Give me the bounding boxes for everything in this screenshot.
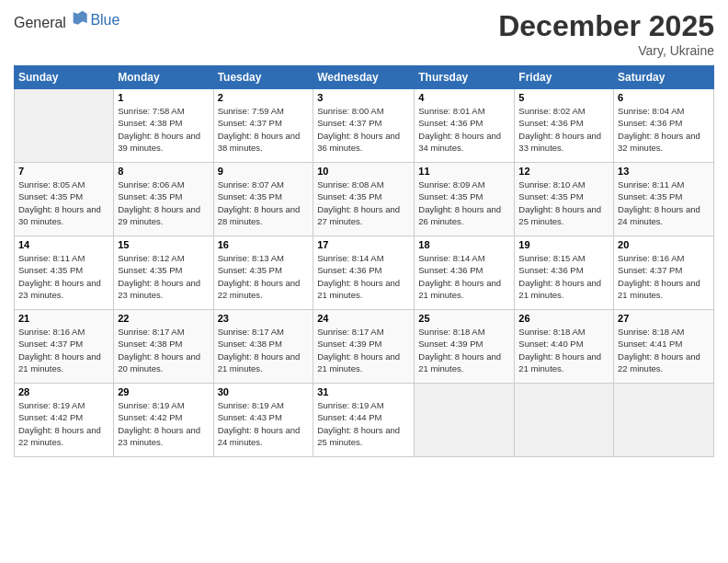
day-info: Sunrise: 8:02 AM Sunset: 4:36 PM Dayligh…: [518, 105, 609, 154]
day-info: Sunrise: 8:10 AM Sunset: 4:35 PM Dayligh…: [518, 178, 609, 227]
table-row: 18 Sunrise: 8:14 AM Sunset: 4:36 PM Dayl…: [415, 236, 515, 310]
logo: General Blue: [14, 9, 119, 31]
table-row: 20 Sunrise: 8:16 AM Sunset: 4:37 PM Dayl…: [614, 236, 714, 310]
logo-blue-text: Blue: [90, 12, 119, 28]
day-info: Sunrise: 8:00 AM Sunset: 4:37 PM Dayligh…: [317, 105, 410, 154]
day-number: 16: [218, 239, 310, 250]
header: General Blue December 2025 Vary, Ukraine: [14, 9, 714, 58]
day-info: Sunrise: 8:09 AM Sunset: 4:35 PM Dayligh…: [418, 178, 510, 227]
day-number: 27: [618, 313, 710, 324]
day-info: Sunrise: 8:18 AM Sunset: 4:40 PM Dayligh…: [518, 326, 609, 374]
day-number: 3: [317, 92, 410, 103]
day-info: Sunrise: 8:11 AM Sunset: 4:35 PM Dayligh…: [618, 178, 710, 227]
col-friday: Friday: [515, 66, 614, 89]
table-row: 19 Sunrise: 8:15 AM Sunset: 4:36 PM Dayl…: [515, 236, 614, 310]
day-info: Sunrise: 8:16 AM Sunset: 4:37 PM Dayligh…: [18, 326, 109, 374]
day-number: 21: [18, 313, 109, 324]
day-number: 13: [618, 166, 710, 177]
day-number: 25: [418, 313, 510, 324]
col-sunday: Sunday: [15, 66, 114, 89]
col-saturday: Saturday: [614, 66, 714, 89]
day-info: Sunrise: 8:07 AM Sunset: 4:35 PM Dayligh…: [218, 178, 310, 227]
table-row: 17 Sunrise: 8:14 AM Sunset: 4:36 PM Dayl…: [313, 236, 415, 310]
table-row: 15 Sunrise: 8:12 AM Sunset: 4:35 PM Dayl…: [114, 236, 213, 310]
day-number: 19: [518, 239, 609, 250]
day-number: 26: [518, 313, 609, 324]
table-row: 3 Sunrise: 8:00 AM Sunset: 4:37 PM Dayli…: [313, 89, 415, 163]
table-row: [15, 89, 114, 163]
calendar-week-row: 21 Sunrise: 8:16 AM Sunset: 4:37 PM Dayl…: [15, 310, 714, 384]
day-number: 23: [218, 313, 310, 324]
table-row: [614, 384, 714, 457]
day-number: 1: [118, 92, 209, 103]
table-row: 21 Sunrise: 8:16 AM Sunset: 4:37 PM Dayl…: [15, 310, 114, 384]
table-row: 30 Sunrise: 8:19 AM Sunset: 4:43 PM Dayl…: [213, 384, 313, 457]
table-row: 14 Sunrise: 8:11 AM Sunset: 4:35 PM Dayl…: [15, 236, 114, 310]
day-info: Sunrise: 8:13 AM Sunset: 4:35 PM Dayligh…: [218, 252, 310, 301]
day-number: 29: [118, 386, 209, 397]
day-info: Sunrise: 8:05 AM Sunset: 4:35 PM Dayligh…: [18, 178, 109, 227]
calendar-week-row: 1 Sunrise: 7:58 AM Sunset: 4:38 PM Dayli…: [15, 89, 714, 163]
calendar-table: Sunday Monday Tuesday Wednesday Thursday…: [14, 65, 714, 457]
table-row: 25 Sunrise: 8:18 AM Sunset: 4:39 PM Dayl…: [415, 310, 515, 384]
calendar-week-row: 7 Sunrise: 8:05 AM Sunset: 4:35 PM Dayli…: [15, 163, 714, 236]
day-info: Sunrise: 8:14 AM Sunset: 4:36 PM Dayligh…: [317, 252, 410, 301]
month-title: December 2025: [498, 9, 714, 43]
table-row: 31 Sunrise: 8:19 AM Sunset: 4:44 PM Dayl…: [313, 384, 415, 457]
day-number: 8: [118, 166, 209, 177]
day-number: 22: [118, 313, 209, 324]
day-number: 30: [218, 386, 310, 397]
table-row: 7 Sunrise: 8:05 AM Sunset: 4:35 PM Dayli…: [15, 163, 114, 236]
day-number: 11: [418, 166, 510, 177]
day-number: 24: [317, 313, 410, 324]
table-row: 13 Sunrise: 8:11 AM Sunset: 4:35 PM Dayl…: [614, 163, 714, 236]
table-row: [515, 384, 614, 457]
col-wednesday: Wednesday: [313, 66, 415, 89]
table-row: 29 Sunrise: 8:19 AM Sunset: 4:42 PM Dayl…: [114, 384, 213, 457]
day-number: 5: [518, 92, 609, 103]
day-info: Sunrise: 8:11 AM Sunset: 4:35 PM Dayligh…: [18, 252, 109, 301]
table-row: 26 Sunrise: 8:18 AM Sunset: 4:40 PM Dayl…: [515, 310, 614, 384]
calendar-header-row: Sunday Monday Tuesday Wednesday Thursday…: [15, 66, 714, 89]
day-info: Sunrise: 8:04 AM Sunset: 4:36 PM Dayligh…: [618, 105, 710, 154]
day-info: Sunrise: 8:01 AM Sunset: 4:36 PM Dayligh…: [418, 105, 510, 154]
table-row: 4 Sunrise: 8:01 AM Sunset: 4:36 PM Dayli…: [415, 89, 515, 163]
col-thursday: Thursday: [415, 66, 515, 89]
day-info: Sunrise: 7:58 AM Sunset: 4:38 PM Dayligh…: [118, 105, 209, 154]
table-row: 24 Sunrise: 8:17 AM Sunset: 4:39 PM Dayl…: [313, 310, 415, 384]
table-row: 12 Sunrise: 8:10 AM Sunset: 4:35 PM Dayl…: [515, 163, 614, 236]
day-info: Sunrise: 8:17 AM Sunset: 4:38 PM Dayligh…: [118, 326, 209, 374]
logo-icon: [72, 9, 90, 28]
day-info: Sunrise: 8:19 AM Sunset: 4:44 PM Dayligh…: [317, 399, 410, 448]
table-row: 16 Sunrise: 8:13 AM Sunset: 4:35 PM Dayl…: [213, 236, 313, 310]
day-info: Sunrise: 8:12 AM Sunset: 4:35 PM Dayligh…: [118, 252, 209, 301]
table-row: 22 Sunrise: 8:17 AM Sunset: 4:38 PM Dayl…: [114, 310, 213, 384]
logo-general-text: General: [14, 15, 66, 30]
day-info: Sunrise: 7:59 AM Sunset: 4:37 PM Dayligh…: [218, 105, 310, 154]
day-number: 31: [317, 386, 410, 397]
day-info: Sunrise: 8:19 AM Sunset: 4:42 PM Dayligh…: [118, 399, 209, 448]
page: General Blue December 2025 Vary, Ukraine…: [0, 0, 728, 563]
day-info: Sunrise: 8:14 AM Sunset: 4:36 PM Dayligh…: [418, 252, 510, 301]
day-info: Sunrise: 8:17 AM Sunset: 4:39 PM Dayligh…: [317, 326, 410, 374]
day-number: 9: [218, 166, 310, 177]
day-number: 18: [418, 239, 510, 250]
table-row: 23 Sunrise: 8:17 AM Sunset: 4:38 PM Dayl…: [213, 310, 313, 384]
day-info: Sunrise: 8:16 AM Sunset: 4:37 PM Dayligh…: [618, 252, 710, 301]
day-info: Sunrise: 8:18 AM Sunset: 4:41 PM Dayligh…: [618, 326, 710, 374]
location-subtitle: Vary, Ukraine: [498, 43, 714, 58]
day-info: Sunrise: 8:08 AM Sunset: 4:35 PM Dayligh…: [317, 178, 410, 227]
day-number: 2: [218, 92, 310, 103]
day-info: Sunrise: 8:19 AM Sunset: 4:42 PM Dayligh…: [18, 399, 109, 448]
day-info: Sunrise: 8:06 AM Sunset: 4:35 PM Dayligh…: [118, 178, 209, 227]
day-number: 28: [18, 386, 109, 397]
table-row: 28 Sunrise: 8:19 AM Sunset: 4:42 PM Dayl…: [15, 384, 114, 457]
table-row: 8 Sunrise: 8:06 AM Sunset: 4:35 PM Dayli…: [114, 163, 213, 236]
table-row: 11 Sunrise: 8:09 AM Sunset: 4:35 PM Dayl…: [415, 163, 515, 236]
day-number: 4: [418, 92, 510, 103]
table-row: 10 Sunrise: 8:08 AM Sunset: 4:35 PM Dayl…: [313, 163, 415, 236]
day-number: 15: [118, 239, 209, 250]
day-info: Sunrise: 8:18 AM Sunset: 4:39 PM Dayligh…: [418, 326, 510, 374]
table-row: 2 Sunrise: 7:59 AM Sunset: 4:37 PM Dayli…: [213, 89, 313, 163]
table-row: 1 Sunrise: 7:58 AM Sunset: 4:38 PM Dayli…: [114, 89, 213, 163]
